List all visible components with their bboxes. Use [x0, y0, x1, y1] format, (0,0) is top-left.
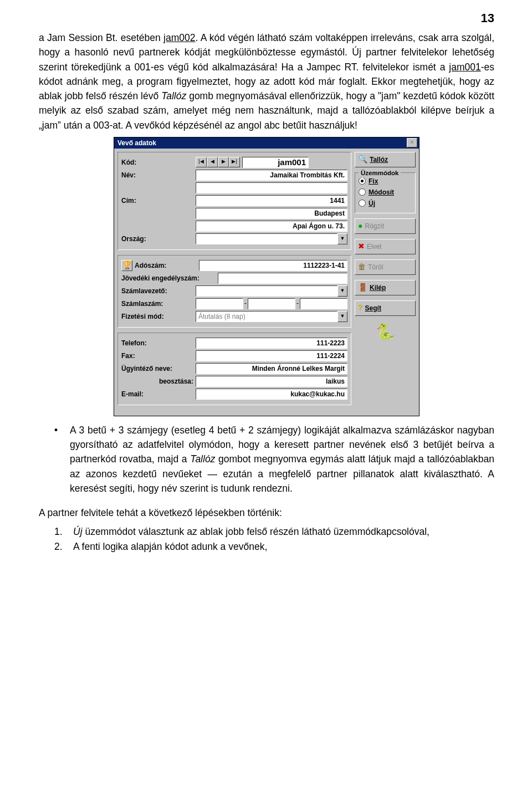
fizetesimod-field[interactable]: Átutalás (8 nap) [196, 311, 337, 322]
titlebar: Vevő adatok × [114, 137, 419, 149]
fax-field[interactable]: 111-2224 [196, 350, 347, 361]
button-label: Segít [365, 303, 381, 313]
adoszam-field[interactable]: 1112223-1-41 [199, 260, 347, 271]
trophy-icon[interactable]: 🏆 [121, 260, 132, 271]
ugyintezo-field[interactable]: Minden Áronné Lelkes Margit [196, 363, 347, 374]
door-icon: 🚪 [358, 282, 367, 293]
link-jam002: jam002 [163, 32, 195, 43]
label-adoszam: Adószám: [135, 261, 197, 270]
snake-icon: 🐍 [355, 321, 416, 343]
label-ugyintezo: Ügyintéző neve: [121, 364, 193, 374]
close-icon[interactable]: × [407, 138, 417, 147]
nav-last-icon[interactable]: ▶| [229, 157, 240, 167]
label-fax: Fax: [121, 351, 193, 361]
label-orszag: Ország: [121, 234, 193, 244]
varos-field[interactable]: Budapest [196, 208, 347, 219]
nev2-field[interactable] [196, 182, 347, 193]
segit-button[interactable]: ? Segít [355, 300, 416, 316]
label-cim: Cím: [121, 196, 193, 206]
x-icon: ✖ [358, 241, 365, 252]
closing-line: A partner felvitele tehát a következő lé… [39, 506, 494, 520]
nav-prev-icon[interactable]: ◀ [207, 157, 218, 167]
label-fizetesimod: Fizetési mód: [121, 312, 193, 321]
radio-label: Módosít [369, 188, 394, 196]
label-kod: Kód: [121, 157, 193, 167]
szamlaszam2-field[interactable] [248, 298, 295, 309]
emphasis-uj: Új [73, 526, 83, 537]
talloz-button[interactable]: 🔍 Tallóz [355, 152, 416, 167]
circle-icon: ● [358, 220, 362, 232]
chevron-down-icon[interactable]: ▼ [337, 233, 347, 244]
list-number: 1. [54, 524, 73, 539]
radio-label: Új [369, 200, 375, 207]
irsz-field[interactable]: 1441 [196, 195, 347, 206]
trash-icon: 🗑 [358, 261, 366, 273]
page-number: 13 [481, 9, 494, 27]
group-identity: Kód: |◀ ◀ ▶ ▶| jam001 Név: Jamaikai Trom… [117, 152, 351, 250]
orszag-field[interactable] [196, 233, 337, 244]
list-text: Új üzemmódot választunk az ablak jobb fe… [73, 524, 494, 539]
paragraph-1: a Jam Session Bt. esetében jam002. A kód… [39, 30, 494, 132]
jovedeki-field[interactable] [218, 273, 347, 284]
kilep-button[interactable]: 🚪 Kilép [355, 280, 416, 295]
bullet-text: A 3 betű + 3 számjegy (esetleg 4 betű + … [70, 423, 494, 496]
radio-icon [359, 200, 366, 207]
torol-button[interactable]: 🗑 Töröl [355, 259, 416, 275]
text: a Jam Session Bt. esetében [39, 32, 163, 43]
telefon-field[interactable]: 111-2223 [196, 338, 347, 349]
emphasis-talloz: Tallóz [190, 453, 215, 465]
button-label: Rögzít [365, 221, 384, 231]
elvet-button[interactable]: ✖ Elvet [355, 239, 416, 254]
radio-icon [359, 188, 366, 196]
szamlaszam1-field[interactable] [196, 298, 243, 309]
nav-first-icon[interactable]: |◀ [196, 157, 207, 167]
list-item: 2. A fenti logika alapján kódot adunk a … [54, 539, 494, 554]
button-label: Kilép [370, 283, 386, 293]
link-jam001: jam001 [449, 62, 480, 73]
button-label: Töröl [368, 262, 383, 272]
search-icon: 🔍 [358, 154, 367, 165]
label-szamlavezeto: Számlavezető: [121, 286, 193, 296]
label-szamlaszam: Számlaszám: [121, 299, 193, 309]
mode-uj[interactable]: Új [359, 198, 412, 208]
szamlaszam3-field[interactable] [300, 298, 347, 309]
customer-dialog: Vevő adatok × Kód: |◀ ◀ ▶ ▶| jam001 Név: [114, 137, 420, 416]
mode-legend: Üzemmódok [359, 169, 401, 178]
radio-label: Fix [369, 177, 378, 185]
label-jovedeki: Jövedéki engedélyszám: [121, 273, 216, 283]
list-text: A fenti logika alapján kódot adunk a vev… [73, 539, 494, 554]
group-contact: Telefon: 111-2223 Fax: 111-2224 Ügyintéz… [117, 333, 351, 405]
record-navigator[interactable]: |◀ ◀ ▶ ▶| [196, 157, 240, 167]
nav-next-icon[interactable]: ▶ [218, 157, 229, 167]
list-number: 2. [54, 539, 73, 554]
rogzit-button[interactable]: ● Rögzít [355, 218, 416, 234]
sep: - [296, 298, 299, 309]
mode-group: Üzemmódok Fix Módosít Új [355, 172, 416, 213]
email-field[interactable]: kukac@kukac.hu [196, 389, 347, 400]
radio-icon [359, 177, 366, 185]
bullet-icon: • [54, 423, 70, 496]
label-nev: Név: [121, 170, 193, 180]
sep: - [244, 298, 247, 309]
text: üzemmódot választunk az ablak jobb felső… [83, 526, 429, 537]
help-icon: ? [358, 302, 363, 314]
chevron-down-icon[interactable]: ▼ [337, 285, 347, 297]
list-item: 1. Új üzemmódot választunk az ablak jobb… [54, 524, 494, 539]
utca-field[interactable]: Apai Ágon u. 73. [196, 221, 347, 232]
button-label: Elvet [367, 242, 382, 252]
emphasis-talloz: Tallóz [161, 90, 186, 101]
nev-field[interactable]: Jamaikai Trombitás Kft. [196, 170, 347, 181]
beosztas-field[interactable]: laikus [196, 376, 347, 387]
dialog-title: Vevő adatok [117, 138, 407, 148]
kod-field[interactable]: jam001 [242, 157, 309, 168]
mode-modosit[interactable]: Módosít [359, 187, 412, 197]
label-telefon: Telefon: [121, 338, 193, 348]
szamlavezeto-field[interactable] [196, 285, 337, 297]
button-label: Tallóz [370, 155, 388, 165]
numbered-list: 1. Új üzemmódot választunk az ablak jobb… [39, 524, 494, 554]
label-beosztas: beosztása: [121, 376, 193, 386]
chevron-down-icon[interactable]: ▼ [337, 311, 347, 322]
group-tax: 🏆 Adószám: 1112223-1-41 Jövedéki engedél… [117, 255, 351, 328]
label-email: E-mail: [121, 389, 193, 399]
bullet-item: • A 3 betű + 3 számjegy (esetleg 4 betű … [54, 423, 494, 496]
